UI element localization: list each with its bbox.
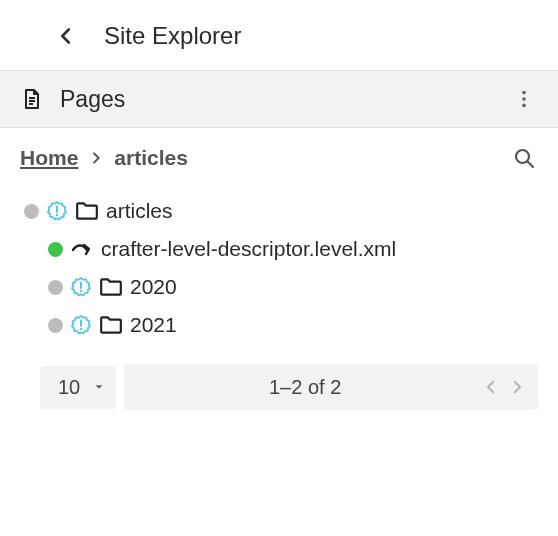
section-bar: Pages (0, 70, 558, 128)
breadcrumb-current: articles (114, 146, 188, 170)
chevron-left-icon (482, 378, 500, 396)
new-badge-icon (46, 200, 68, 222)
svg-line-9 (528, 162, 534, 168)
tree-root-item[interactable]: articles (20, 192, 542, 230)
folder-icon (99, 313, 123, 337)
panel-header: Site Explorer (0, 0, 558, 70)
new-badge-icon (70, 314, 92, 336)
status-dot (48, 318, 63, 333)
svg-point-6 (522, 97, 526, 101)
level-descriptor-icon (70, 237, 94, 261)
more-menu-button[interactable] (510, 85, 538, 113)
page-range-container: 1–2 of 2 (124, 364, 538, 410)
tree-item-label: articles (106, 199, 173, 223)
search-icon (512, 146, 536, 170)
next-page-button[interactable] (504, 374, 530, 400)
search-button[interactable] (510, 144, 538, 172)
status-dot (24, 204, 39, 219)
breadcrumb-home[interactable]: Home (20, 146, 78, 170)
new-badge-icon (70, 276, 92, 298)
content-tree: articles crafter-level-descriptor.level.… (0, 188, 558, 352)
caret-down-icon (92, 380, 106, 394)
status-dot (48, 242, 63, 257)
folder-icon (99, 275, 123, 299)
page-size-select[interactable]: 10 (40, 366, 116, 409)
breadcrumb-row: Home articles (0, 128, 558, 188)
tree-item-label: 2021 (130, 313, 177, 337)
folder-icon (75, 199, 99, 223)
status-dot (48, 280, 63, 295)
prev-page-button[interactable] (478, 374, 504, 400)
tree-child-item[interactable]: 2020 (20, 268, 542, 306)
page-range: 1–2 of 2 (132, 376, 478, 399)
section-title: Pages (60, 86, 494, 113)
page-icon (20, 87, 44, 111)
tree-child-item[interactable]: crafter-level-descriptor.level.xml (20, 230, 542, 268)
tree-item-label: crafter-level-descriptor.level.xml (101, 237, 396, 261)
more-vertical-icon (513, 88, 535, 110)
page-size-value: 10 (58, 376, 80, 399)
panel-title: Site Explorer (104, 22, 241, 50)
svg-point-5 (522, 91, 526, 95)
chevron-right-icon (88, 150, 104, 166)
chevron-left-icon (55, 25, 77, 47)
breadcrumb: Home articles (20, 146, 500, 170)
tree-item-label: 2020 (130, 275, 177, 299)
tree-child-item[interactable]: 2021 (20, 306, 542, 344)
pagination: 10 1–2 of 2 (0, 352, 558, 422)
chevron-right-icon (508, 378, 526, 396)
back-button[interactable] (52, 22, 80, 50)
svg-point-7 (522, 104, 526, 108)
